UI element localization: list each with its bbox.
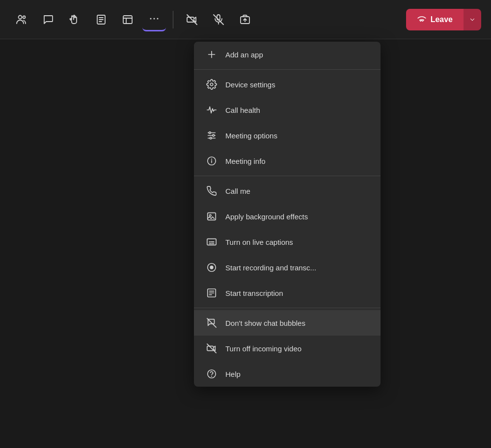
- leave-label: Leave: [431, 15, 453, 24]
- cc-icon: [206, 236, 218, 248]
- menu-item-incoming-video[interactable]: Turn off incoming video: [194, 336, 381, 361]
- menu-item-chat-bubbles[interactable]: Don't show chat bubbles: [194, 310, 381, 336]
- menu-item-meeting-options-label: Meeting options: [225, 132, 277, 140]
- no-video-icon: [206, 343, 218, 354]
- menu-item-add-app-label: Add an app: [225, 51, 263, 59]
- menu-item-background-effects-label: Apply background effects: [225, 212, 308, 221]
- mute-button[interactable]: [207, 8, 230, 31]
- leave-button[interactable]: Leave: [406, 9, 464, 30]
- menu-item-live-captions[interactable]: Turn on live captions: [194, 229, 381, 255]
- record-icon: [206, 262, 218, 273]
- menu-item-meeting-info-label: Meeting info: [225, 157, 266, 165]
- more-dropdown-menu: Add an app Device settings Call health: [194, 42, 381, 387]
- menu-item-device-settings-label: Device settings: [225, 80, 275, 89]
- plus-icon: [206, 49, 218, 60]
- transcript-icon: [206, 287, 218, 299]
- menu-item-device-settings[interactable]: Device settings: [194, 72, 381, 97]
- separator-3: [194, 308, 381, 308]
- menu-item-incoming-video-label: Turn off incoming video: [225, 344, 301, 353]
- menu-item-help-label: Help: [225, 370, 241, 378]
- menu-item-meeting-info[interactable]: Meeting info: [194, 148, 381, 174]
- svg-line-36: [207, 344, 216, 353]
- leave-button-group: Leave: [406, 9, 481, 30]
- menu-item-call-me-label: Call me: [225, 187, 250, 195]
- svg-point-37: [208, 370, 216, 378]
- help-icon: [206, 368, 218, 380]
- share-button[interactable]: [233, 8, 257, 31]
- svg-rect-3: [123, 16, 132, 24]
- info-icon: [206, 155, 218, 167]
- svg-point-19: [209, 132, 211, 134]
- menu-item-background-effects[interactable]: Apply background effects: [194, 204, 381, 229]
- sliders-icon: [206, 130, 218, 141]
- whiteboard-button[interactable]: [116, 8, 139, 31]
- svg-point-29: [210, 265, 213, 269]
- video-toggle-button[interactable]: [180, 8, 204, 31]
- gear-icon: [206, 79, 218, 90]
- svg-line-8: [187, 15, 197, 25]
- svg-point-21: [210, 137, 212, 139]
- separator-2: [194, 176, 381, 176]
- menu-item-chat-bubbles-label: Don't show chat bubbles: [225, 319, 305, 327]
- toolbar-divider: [173, 11, 173, 28]
- svg-point-26: [209, 214, 211, 216]
- menu-item-call-health[interactable]: Call health: [194, 97, 381, 123]
- menu-item-call-health-label: Call health: [225, 106, 260, 114]
- separator-1: [194, 69, 381, 70]
- svg-point-4: [150, 18, 152, 20]
- svg-point-0: [19, 15, 22, 19]
- svg-line-34: [207, 318, 216, 327]
- svg-point-5: [154, 18, 155, 20]
- more-button[interactable]: [142, 8, 166, 31]
- notes-button[interactable]: [89, 8, 113, 31]
- background-icon: [206, 211, 218, 222]
- menu-item-transcription[interactable]: Start transcription: [194, 280, 381, 306]
- leave-dropdown-button[interactable]: [464, 9, 481, 30]
- menu-item-recording-label: Start recording and transc...: [225, 264, 316, 272]
- chat-button[interactable]: [36, 8, 60, 31]
- svg-point-1: [23, 16, 26, 18]
- svg-point-6: [157, 18, 159, 20]
- raise-hand-button[interactable]: [63, 8, 86, 31]
- menu-item-recording[interactable]: Start recording and transc...: [194, 255, 381, 280]
- menu-item-help[interactable]: Help: [194, 361, 381, 387]
- menu-item-live-captions-label: Turn on live captions: [225, 238, 293, 246]
- menu-item-meeting-options[interactable]: Meeting options: [194, 123, 381, 148]
- menu-item-transcription-label: Start transcription: [225, 289, 283, 297]
- toolbar: Leave: [0, 0, 491, 39]
- svg-point-20: [213, 134, 215, 136]
- menu-item-call-me[interactable]: Call me: [194, 178, 381, 204]
- people-button[interactable]: [10, 8, 33, 31]
- menu-item-add-app[interactable]: Add an app: [194, 42, 381, 67]
- pulse-icon: [206, 104, 218, 116]
- svg-point-15: [210, 83, 213, 86]
- no-chat-icon: [206, 317, 218, 329]
- phone-icon: [206, 185, 218, 197]
